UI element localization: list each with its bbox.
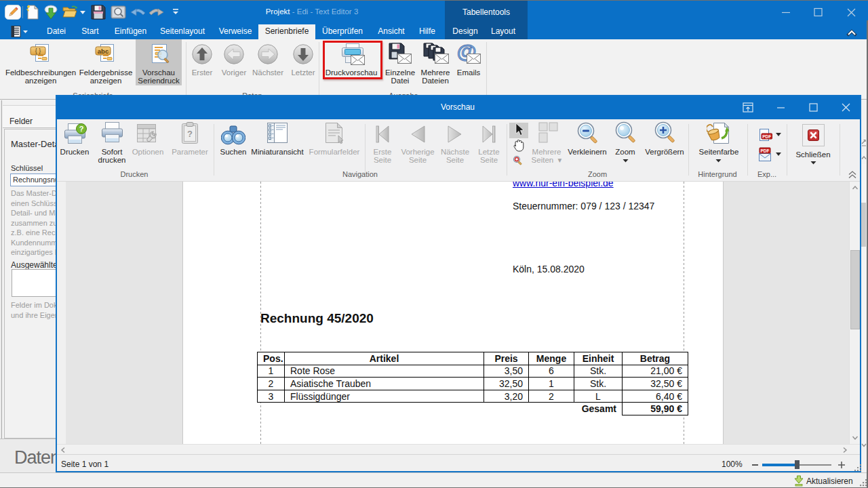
svg-text:PDF: PDF <box>761 148 770 153</box>
svg-text:?: ? <box>79 125 84 133</box>
svg-text:{ }: { } <box>35 47 41 54</box>
svg-text:?: ? <box>187 129 193 139</box>
svg-text:abc: abc <box>98 47 108 55</box>
svg-text:PDF: PDF <box>762 134 771 139</box>
